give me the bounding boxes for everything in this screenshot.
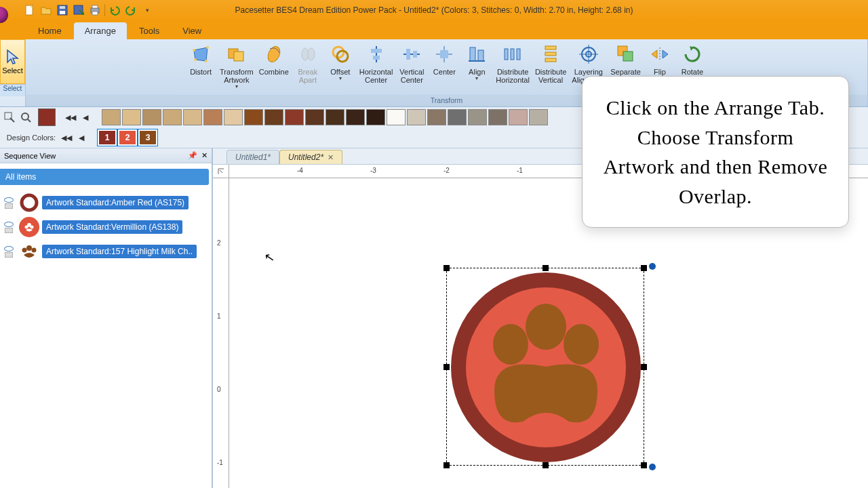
quick-access-toolbar: ▾ (23, 3, 154, 17)
combine-icon (263, 43, 285, 65)
qat-customize-icon[interactable]: ▾ (140, 3, 154, 17)
svg-rect-2 (60, 11, 65, 14)
item-thumb-ring (19, 192, 39, 213)
svg-rect-28 (470, 47, 475, 61)
ribbon-tab-strip: Home Arrange Tools View (0, 20, 868, 39)
design-prev-icon[interactable]: ◀ (75, 131, 88, 144)
distribute-horizontal-button[interactable]: DistributeHorizontal (493, 42, 532, 92)
palette-swatch[interactable] (468, 109, 487, 125)
ruler-corner[interactable] (213, 165, 229, 178)
svg-rect-27 (440, 50, 448, 58)
offset-button[interactable]: Offset▾ (324, 42, 357, 92)
combine-button[interactable]: Combine (256, 42, 292, 92)
sequence-item[interactable]: Artwork Standard:Vermillion (AS138) (0, 215, 212, 239)
tab-view[interactable]: View (172, 22, 212, 39)
svg-point-57 (32, 248, 37, 253)
sequence-view-header: Sequence View 📌 ✕ (0, 148, 212, 163)
svg-rect-35 (545, 52, 556, 56)
transform-artwork-button[interactable]: TransformArtwork ▾ (217, 42, 256, 92)
item-label: Artwork Standard:Vermillion (AS138) (42, 220, 182, 234)
palette-swatch[interactable] (285, 109, 304, 125)
sequence-view-panel: Sequence View 📌 ✕ All items Artwork Stan… (0, 148, 213, 488)
sequence-item[interactable]: Artwork Standard:Amber Red (AS175) (0, 190, 212, 215)
save-icon[interactable] (56, 3, 69, 17)
center-button[interactable]: Center (428, 42, 460, 92)
palette-swatch[interactable] (244, 109, 263, 125)
new-file-icon[interactable] (23, 3, 37, 17)
palette-swatch[interactable] (448, 109, 467, 125)
rotate-handle-ne[interactable] (649, 263, 656, 270)
visibility-toggle[interactable] (1, 222, 16, 233)
design-first-icon[interactable]: ◀◀ (60, 131, 73, 144)
svg-rect-32 (511, 49, 514, 60)
palette-swatch[interactable] (305, 109, 324, 125)
align-button[interactable]: Align▾ (460, 42, 493, 92)
distort-button[interactable]: Distort (184, 42, 217, 92)
palette-swatch[interactable] (264, 109, 283, 125)
svg-rect-54 (5, 252, 13, 258)
tab-arrange[interactable]: Arrange (74, 22, 127, 39)
break-apart-icon (297, 43, 319, 65)
svg-rect-20 (371, 49, 382, 53)
distribute-vertical-button[interactable]: DistributeVertical (532, 42, 569, 92)
center-icon (433, 43, 455, 65)
palette-swatch[interactable] (427, 109, 446, 125)
close-tab-icon[interactable]: ✕ (328, 153, 334, 162)
svg-rect-42 (623, 52, 633, 61)
svg-rect-13 (234, 52, 243, 61)
pin-icon[interactable]: 📌 (188, 151, 197, 160)
select-tool[interactable]: Select (0, 39, 25, 84)
palette-swatch[interactable] (488, 109, 507, 125)
current-color-swatch[interactable] (38, 108, 56, 126)
sequence-item[interactable]: Artwork Standard:157 Highlight Milk Ch.. (0, 239, 212, 264)
tab-home[interactable]: Home (27, 22, 73, 39)
palette-swatch[interactable] (529, 109, 548, 125)
rotate-label: Rotate (682, 68, 703, 76)
visibility-toggle[interactable] (1, 246, 16, 258)
select-dropdown[interactable]: Select (0, 84, 25, 96)
palette-swatch[interactable] (346, 109, 365, 125)
svg-line-45 (10, 118, 14, 122)
palette-swatch[interactable] (203, 109, 222, 125)
svg-point-9 (206, 46, 209, 49)
tab-tools[interactable]: Tools (128, 22, 170, 39)
close-icon[interactable]: ✕ (201, 151, 208, 160)
document-tab-2[interactable]: Untitled2*✕ (279, 150, 342, 164)
undo-icon[interactable] (108, 3, 121, 17)
print-icon[interactable] (88, 3, 102, 17)
palette-swatch[interactable] (387, 109, 406, 125)
palette-swatch[interactable] (102, 109, 121, 125)
design-color-3[interactable]: 3 (138, 129, 157, 146)
svg-point-56 (22, 248, 27, 253)
palette-swatch[interactable] (366, 109, 385, 125)
save-as-icon[interactable] (72, 3, 85, 17)
palette-swatch[interactable] (509, 109, 528, 125)
distort-icon (190, 43, 212, 65)
transform-artwork-label: TransformArtwork ▾ (220, 68, 254, 90)
magnifier-icon[interactable] (19, 110, 33, 124)
palette-swatch[interactable] (122, 109, 141, 125)
design-color-2[interactable]: 2 (118, 129, 137, 146)
palette-swatch[interactable] (224, 109, 243, 125)
redo-icon[interactable] (124, 3, 138, 17)
vertical-center-icon (401, 43, 422, 65)
selection-bounds[interactable]: ✱ (446, 268, 644, 466)
palette-swatch[interactable] (326, 109, 344, 125)
rotate-handle-se[interactable] (649, 464, 656, 470)
palette-swatch[interactable] (407, 109, 426, 125)
zoom-tool-icon[interactable] (3, 110, 16, 124)
palette-prev-icon[interactable]: ◀ (79, 110, 92, 124)
palette-first-icon[interactable]: ◀◀ (64, 110, 77, 124)
palette-swatch[interactable] (142, 109, 161, 125)
distort-label: Distort (190, 68, 212, 76)
horizontal-center-button[interactable]: HorizontalCenter (357, 42, 396, 92)
document-tab-1[interactable]: Untitled1* (226, 150, 279, 164)
design-color-1[interactable]: 1 (98, 129, 117, 146)
palette-swatch[interactable] (183, 109, 202, 125)
visibility-toggle[interactable] (1, 197, 16, 209)
svg-line-47 (28, 119, 31, 122)
vertical-center-button[interactable]: VerticalCenter (395, 42, 428, 92)
open-folder-icon[interactable] (39, 3, 53, 17)
all-items-header[interactable]: All items (0, 169, 209, 185)
palette-swatch[interactable] (163, 109, 182, 125)
